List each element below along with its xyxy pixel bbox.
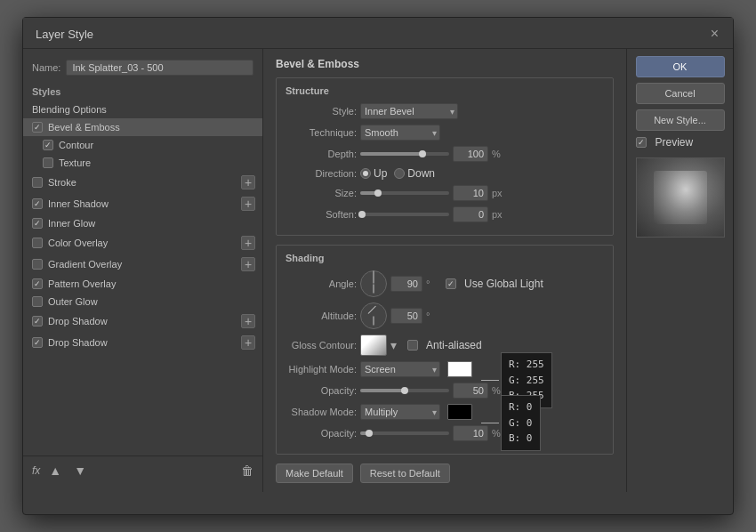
- highlight-mode-row: Highlight Mode: Screen Normal Multiply: [286, 361, 604, 377]
- cancel-button[interactable]: Cancel: [636, 83, 725, 104]
- direction-up-circle: [360, 168, 371, 179]
- sidebar-item-texture[interactable]: Texture: [23, 154, 262, 172]
- right-panel: OK Cancel New Style... Preview: [626, 49, 733, 492]
- dialog-titlebar: Layer Style ×: [23, 18, 733, 49]
- drop-shadow-2-add-button[interactable]: +: [241, 335, 255, 350]
- sidebar-item-inner-glow[interactable]: Inner Glow: [23, 214, 262, 232]
- stroke-checkbox[interactable]: [32, 177, 43, 188]
- altitude-row: Altitude: °: [286, 302, 604, 329]
- inner-glow-checkbox[interactable]: [32, 218, 43, 229]
- altitude-input[interactable]: [390, 308, 422, 324]
- layer-list: Blending Options Bevel & Emboss Contour …: [23, 101, 262, 455]
- shadow-mode-label: Shadow Mode:: [286, 407, 357, 417]
- texture-checkbox[interactable]: [43, 157, 53, 168]
- sidebar-item-inner-shadow[interactable]: Inner Shadow +: [23, 193, 262, 214]
- depth-input[interactable]: [453, 146, 488, 162]
- name-label: Name:: [32, 62, 60, 73]
- shadow-color-tooltip: R: 0 G: 0 B: 0: [501, 395, 541, 451]
- name-input[interactable]: [66, 60, 253, 76]
- preview-row: Preview: [636, 136, 725, 149]
- highlight-mode-label: Highlight Mode:: [286, 364, 357, 375]
- inner-glow-label: Inner Glow: [48, 218, 95, 229]
- shadow-opacity-thumb[interactable]: [366, 430, 373, 437]
- outer-glow-checkbox[interactable]: [32, 296, 43, 307]
- global-light-checkbox[interactable]: [446, 278, 456, 289]
- shading-title: Shading: [286, 253, 604, 263]
- anti-aliased-label[interactable]: Anti-aliased: [407, 339, 482, 351]
- stroke-label: Stroke: [48, 177, 76, 188]
- drop-shadow-2-checkbox[interactable]: [32, 337, 43, 348]
- shadow-color-swatch[interactable]: [447, 404, 472, 420]
- gradient-overlay-label: Gradient Overlay: [48, 259, 122, 270]
- gloss-row: Gloss Contour: ▾ Anti-aliased: [286, 335, 604, 356]
- sidebar-item-pattern-overlay[interactable]: Pattern Overlay: [23, 275, 262, 293]
- preview-checkbox[interactable]: [636, 137, 647, 148]
- direction-down-radio[interactable]: Down: [394, 167, 435, 180]
- size-slider[interactable]: [360, 191, 449, 195]
- sidebar-item-bevel[interactable]: Bevel & Emboss: [23, 118, 262, 136]
- shadow-opacity-slider[interactable]: [360, 431, 449, 435]
- outer-glow-label: Outer Glow: [48, 296, 98, 307]
- make-default-button[interactable]: Make Default: [276, 463, 353, 483]
- altitude-unit: °: [426, 310, 438, 321]
- angle-input[interactable]: [390, 276, 422, 292]
- pattern-overlay-checkbox[interactable]: [32, 278, 43, 289]
- angle-dial[interactable]: [360, 270, 387, 297]
- depth-unit: %: [492, 149, 504, 159]
- anti-aliased-checkbox[interactable]: [407, 340, 418, 351]
- sidebar-item-blending[interactable]: Blending Options: [23, 101, 262, 118]
- altitude-dial[interactable]: [360, 302, 387, 329]
- gradient-overlay-add-button[interactable]: +: [241, 257, 255, 271]
- delete-button[interactable]: 🗑: [241, 463, 253, 478]
- highlight-opacity-thumb[interactable]: [401, 387, 408, 394]
- soften-slider-thumb[interactable]: [358, 211, 366, 218]
- reset-default-button[interactable]: Reset to Default: [360, 463, 450, 483]
- color-overlay-add-button[interactable]: +: [241, 236, 255, 250]
- down-button[interactable]: ▼: [70, 462, 90, 480]
- inner-shadow-checkbox[interactable]: [32, 198, 43, 209]
- shadow-mode-row: Shadow Mode: Multiply Normal Screen R: [286, 404, 604, 420]
- ok-button[interactable]: OK: [636, 56, 725, 77]
- sidebar-item-drop-shadow-2[interactable]: Drop Shadow +: [23, 332, 262, 353]
- style-select-wrapper: Inner Bevel Outer Bevel Emboss Pillow Em…: [360, 103, 458, 119]
- sidebar-item-color-overlay[interactable]: Color Overlay +: [23, 232, 262, 254]
- inner-shadow-add-button[interactable]: +: [241, 197, 255, 211]
- texture-label: Texture: [59, 157, 91, 168]
- drop-shadow-1-add-button[interactable]: +: [241, 314, 255, 328]
- soften-slider[interactable]: [360, 213, 449, 216]
- gloss-dropdown-icon[interactable]: ▾: [390, 338, 397, 352]
- soften-row: Soften: px: [286, 206, 604, 222]
- sidebar-item-stroke[interactable]: Stroke +: [23, 172, 262, 193]
- sidebar-item-contour[interactable]: Contour: [23, 136, 262, 154]
- angle-label: Angle:: [286, 278, 357, 289]
- sidebar-item-drop-shadow-1[interactable]: Drop Shadow +: [23, 310, 262, 332]
- style-select[interactable]: Inner Bevel Outer Bevel Emboss Pillow Em…: [360, 103, 458, 119]
- gloss-contour-preview[interactable]: [360, 335, 387, 356]
- highlight-color-swatch[interactable]: [447, 361, 472, 377]
- shadow-mode-select[interactable]: Multiply Normal Screen: [360, 404, 440, 420]
- highlight-mode-select[interactable]: Screen Normal Multiply: [360, 361, 440, 377]
- angle-row: Angle: ° Use Global Light: [286, 270, 604, 297]
- sidebar-item-gradient-overlay[interactable]: Gradient Overlay +: [23, 254, 262, 275]
- direction-up-radio[interactable]: Up: [360, 167, 387, 180]
- depth-slider[interactable]: [360, 152, 449, 156]
- new-style-button[interactable]: New Style...: [636, 109, 725, 131]
- size-input[interactable]: [453, 185, 488, 201]
- sidebar-item-outer-glow[interactable]: Outer Glow: [23, 293, 262, 310]
- global-light-text: Use Global Light: [464, 278, 543, 290]
- bevel-checkbox[interactable]: [32, 122, 43, 133]
- gradient-overlay-checkbox[interactable]: [32, 259, 43, 270]
- size-slider-thumb[interactable]: [374, 189, 382, 197]
- color-overlay-checkbox[interactable]: [32, 238, 43, 248]
- drop-shadow-1-checkbox[interactable]: [32, 316, 43, 326]
- contour-checkbox[interactable]: [43, 140, 53, 150]
- technique-select[interactable]: Smooth Chisel Hard Chisel Soft: [360, 125, 440, 141]
- up-button[interactable]: ▲: [45, 462, 65, 480]
- pattern-overlay-label: Pattern Overlay: [48, 278, 116, 289]
- close-button[interactable]: ×: [709, 27, 720, 41]
- soften-input[interactable]: [453, 206, 488, 222]
- highlight-opacity-slider[interactable]: [360, 389, 449, 392]
- depth-slider-thumb[interactable]: [419, 150, 426, 157]
- stroke-add-button[interactable]: +: [241, 175, 255, 189]
- use-global-light-label[interactable]: Use Global Light: [446, 278, 543, 290]
